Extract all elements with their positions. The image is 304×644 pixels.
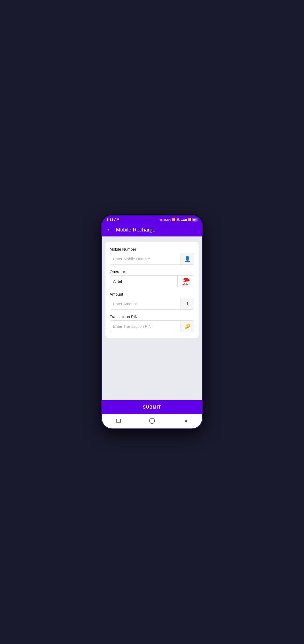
signal-bars: ▂▄▆ — [181, 218, 187, 221]
airtel-logo: airtel — [181, 277, 191, 286]
phone-shell: 1:31 AM 68.8KB/s 📶 🔔 ▂▄▆ 📶 94 ← Mobile R… — [101, 215, 203, 429]
transaction-pin-input-wrapper: 🔑 — [110, 320, 194, 332]
form-card: Mobile Number 👤 Operator — [105, 242, 199, 338]
status-bar: 1:31 AM 68.8KB/s 📶 🔔 ▂▄▆ 📶 94 — [102, 216, 202, 223]
nav-square-icon — [116, 419, 121, 423]
amount-field-group: Amount ₹ — [110, 292, 194, 310]
operator-input[interactable] — [110, 276, 177, 287]
airtel-logo-area: airtel — [177, 276, 194, 287]
transaction-pin-label: Transaction PIN — [110, 314, 194, 319]
contact-icon-button[interactable]: 👤 — [181, 253, 194, 264]
nav-back-arrow-icon: ◄ — [183, 418, 188, 424]
submit-bar: SUBMIT — [102, 400, 202, 414]
rupee-icon: ₹ — [186, 301, 189, 307]
nav-circle-icon — [149, 418, 155, 424]
amount-input-wrapper: ₹ — [110, 298, 194, 310]
submit-button[interactable]: SUBMIT — [106, 405, 198, 410]
operator-field-group: Operator airtel — [110, 269, 194, 287]
back-button[interactable]: ← — [106, 227, 112, 233]
app-bar: ← Mobile Recharge — [102, 223, 202, 236]
network-speed: 68.8KB/s — [159, 218, 171, 221]
rupee-icon-button[interactable]: ₹ — [181, 298, 194, 309]
status-time: 1:31 AM — [106, 218, 119, 222]
nav-home-button[interactable] — [148, 417, 156, 425]
nav-bar: ◄ — [102, 414, 202, 428]
wifi-icon: 📶 — [188, 218, 192, 221]
mobile-number-label: Mobile Number — [110, 247, 194, 251]
mobile-number-input[interactable] — [110, 253, 181, 264]
alarm-icon: 🔔 — [176, 218, 180, 221]
amount-label: Amount — [110, 292, 194, 296]
mobile-number-input-wrapper: 👤 — [110, 253, 194, 265]
battery-indicator: 94 — [192, 218, 198, 222]
nav-square-button[interactable] — [115, 417, 122, 425]
page-title: Mobile Recharge — [116, 227, 155, 233]
key-icon: 🔑 — [184, 323, 191, 330]
transaction-pin-input[interactable] — [110, 321, 181, 332]
main-content: Mobile Number 👤 Operator — [102, 236, 202, 400]
operator-input-wrapper: airtel — [110, 275, 194, 287]
nav-back-button[interactable]: ◄ — [182, 417, 189, 425]
airtel-text: airtel — [182, 283, 189, 286]
amount-input[interactable] — [110, 298, 181, 309]
operator-label: Operator — [110, 269, 194, 274]
airtel-swoosh-icon — [181, 277, 191, 283]
status-icons: 68.8KB/s 📶 🔔 ▂▄▆ 📶 94 — [159, 218, 198, 222]
bluetooth-icon: 📶 — [172, 218, 176, 221]
mobile-number-field-group: Mobile Number 👤 — [110, 247, 194, 265]
contact-icon: 👤 — [184, 256, 191, 262]
key-icon-button[interactable]: 🔑 — [181, 321, 194, 332]
transaction-pin-field-group: Transaction PIN 🔑 — [110, 314, 194, 332]
